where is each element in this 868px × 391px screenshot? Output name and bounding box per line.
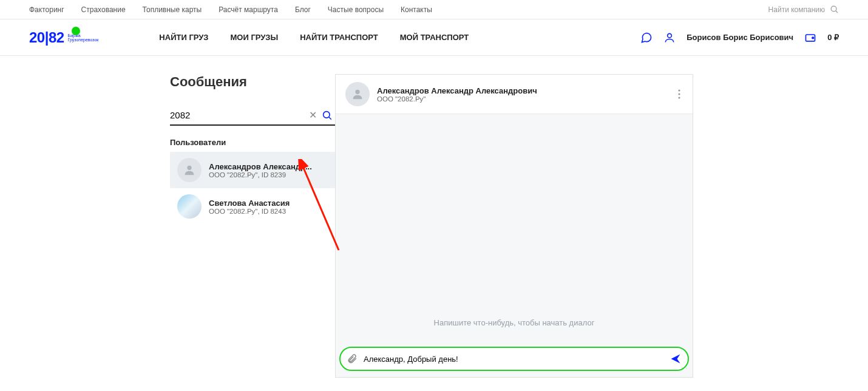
- search-icon: [830, 5, 839, 14]
- compose-area: [336, 341, 693, 377]
- chat-menu-icon[interactable]: [676, 87, 683, 101]
- compose-input[interactable]: [364, 355, 663, 364]
- send-icon[interactable]: [670, 353, 682, 365]
- topnav-link[interactable]: Расчёт маршрута: [219, 5, 278, 14]
- chat-contact-sub: ООО "2082.Ру": [377, 95, 537, 103]
- chat-panel: Александров Александр Александрович ООО …: [335, 74, 693, 378]
- svg-point-2: [668, 33, 672, 38]
- avatar-placeholder-icon: [177, 158, 202, 182]
- top-links: Факторинг Страхование Топливные карты Ра…: [29, 5, 432, 14]
- svg-point-9: [678, 89, 680, 91]
- svg-point-8: [355, 90, 359, 94]
- chat-body: Напишите что-нибудь, чтобы начать диалог: [336, 114, 693, 341]
- user-sub: ООО "2082.Ру", ID 8239: [209, 171, 312, 178]
- search-input[interactable]: [170, 110, 307, 120]
- empty-chat-message: Напишите что-нибудь, чтобы начать диалог: [434, 318, 595, 341]
- users-section-label: Пользователи: [170, 138, 335, 147]
- chat-contact-name: Александров Александр Александрович: [377, 86, 537, 95]
- avatar-photo: [177, 194, 202, 219]
- topnav-link[interactable]: Факторинг: [29, 5, 64, 14]
- username-label[interactable]: Борисов Борис Борисович: [687, 33, 793, 42]
- wallet-icon[interactable]: [804, 32, 816, 44]
- nav-my-transport[interactable]: МОЙ ТРАНСПОРТ: [400, 33, 469, 42]
- user-icon[interactable]: [663, 32, 676, 44]
- clear-search-icon[interactable]: ✕: [307, 109, 319, 121]
- main-header: 20|82 Биржа Грузоперевозок НАЙТИ ГРУЗ МО…: [0, 19, 868, 56]
- svg-point-0: [831, 6, 836, 12]
- main-nav: НАЙТИ ГРУЗ МОИ ГРУЗЫ НАЙТИ ТРАНСПОРТ МОЙ…: [159, 33, 469, 42]
- user-list-item[interactable]: Светлова Анастасия ООО "2082.Ру", ID 824…: [170, 188, 335, 225]
- topnav-link[interactable]: Блог: [295, 5, 311, 14]
- company-search[interactable]: Найти компанию: [768, 5, 839, 14]
- user-name: Светлова Анастасия: [209, 199, 290, 208]
- svg-point-10: [678, 93, 680, 95]
- logo-subtitle: Биржа Грузоперевозок: [68, 33, 99, 42]
- topnav-link[interactable]: Страхование: [81, 5, 126, 14]
- svg-line-6: [329, 117, 331, 120]
- svg-line-1: [836, 11, 838, 13]
- chat-header: Александров Александр Александрович ООО …: [336, 75, 693, 114]
- messages-icon[interactable]: [640, 32, 653, 44]
- nav-my-cargo[interactable]: МОИ ГРУЗЫ: [230, 33, 278, 42]
- content: Сообщения ✕ Пользователи Александров Але…: [0, 56, 868, 378]
- page-title: Сообщения: [170, 74, 335, 90]
- svg-point-7: [187, 166, 191, 170]
- logo-badge-icon: [72, 27, 80, 35]
- topnav-link[interactable]: Топливные карты: [143, 5, 202, 14]
- svg-point-5: [324, 111, 330, 118]
- user-sub: ООО "2082.Ру", ID 8243: [209, 208, 290, 215]
- svg-point-4: [812, 37, 814, 39]
- user-name: Александров Александр...: [209, 162, 312, 171]
- message-search: ✕: [170, 109, 335, 126]
- nav-find-transport[interactable]: НАЙТИ ТРАНСПОРТ: [300, 33, 378, 42]
- attach-icon[interactable]: [347, 353, 358, 364]
- search-submit-icon[interactable]: [319, 110, 335, 121]
- balance-label[interactable]: 0 ₽: [827, 33, 839, 42]
- top-utility-bar: Факторинг Страхование Топливные карты Ра…: [0, 0, 868, 19]
- company-search-placeholder: Найти компанию: [768, 5, 825, 14]
- header-right: Борисов Борис Борисович 0 ₽: [640, 32, 839, 44]
- nav-find-cargo[interactable]: НАЙТИ ГРУЗ: [159, 33, 208, 42]
- avatar-placeholder-icon: [345, 82, 370, 106]
- topnav-link[interactable]: Контакты: [401, 5, 432, 14]
- logo[interactable]: 20|82 Биржа Грузоперевозок: [29, 29, 98, 46]
- logo-text: 20|82: [29, 29, 64, 46]
- svg-point-11: [678, 97, 680, 98]
- topnav-link[interactable]: Частые вопросы: [328, 5, 384, 14]
- compose-bar: [339, 347, 689, 371]
- messages-panel: Сообщения ✕ Пользователи Александров Але…: [170, 74, 335, 378]
- user-list-item[interactable]: Александров Александр... ООО "2082.Ру", …: [170, 152, 335, 188]
